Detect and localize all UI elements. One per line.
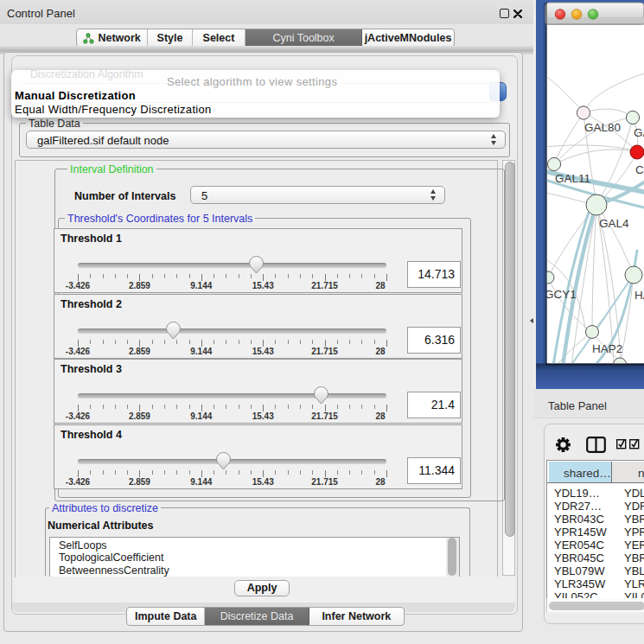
svg-text:GAL4: GAL4 xyxy=(634,126,644,139)
svg-text:GAL80: GAL80 xyxy=(584,121,621,134)
svg-text:HAP2: HAP2 xyxy=(592,342,622,355)
svg-text:GAL4: GAL4 xyxy=(599,217,629,230)
svg-text:GAL11: GAL11 xyxy=(555,172,590,185)
svg-text:HAP1: HAP1 xyxy=(634,289,644,302)
svg-text:GCY1: GCY1 xyxy=(545,288,577,301)
svg-text:CDC3: CDC3 xyxy=(635,163,644,176)
